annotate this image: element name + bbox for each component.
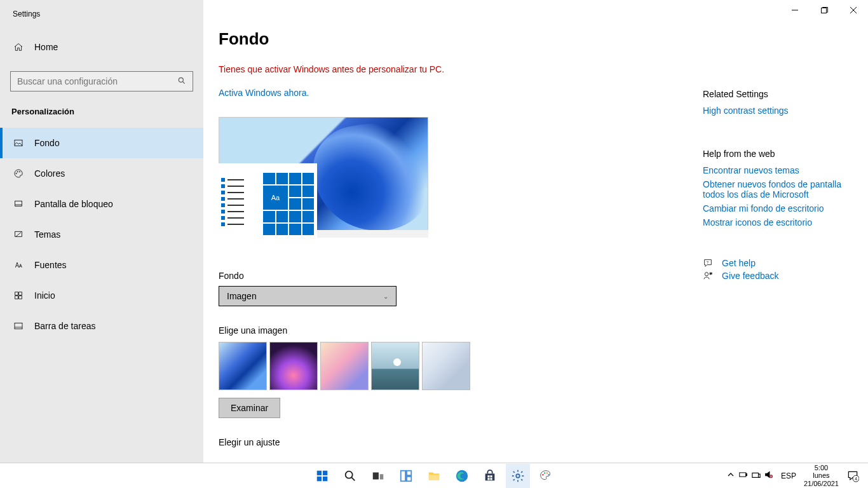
tray-overflow-icon[interactable] (726, 470, 735, 481)
svg-point-4 (19, 172, 20, 172)
svg-point-19 (346, 471, 353, 478)
battery-icon[interactable] (739, 470, 748, 481)
svg-rect-38 (746, 473, 747, 475)
sidebar-item-label: Inicio (34, 290, 55, 301)
taskbar-search-button[interactable] (338, 464, 362, 488)
related-settings-header: Related Settings (703, 89, 855, 99)
wallpaper-thumb-3[interactable] (320, 342, 369, 390)
sidebar-item-lockscreen[interactable]: Pantalla de bloqueo (0, 189, 203, 219)
start-button[interactable] (310, 464, 334, 488)
link-daily-wallpapers[interactable]: Obtener nuevos fondos de pantalla todos … (703, 179, 855, 200)
sidebar-category: Personalización (0, 92, 203, 128)
link-high-contrast[interactable]: High contrast settings (703, 105, 855, 116)
wallpaper-thumb-1[interactable] (219, 342, 267, 390)
svg-rect-29 (490, 475, 492, 477)
sidebar-item-label: Pantalla de bloqueo (34, 199, 113, 209)
taskbar-clock[interactable]: 5:00 lunes 21/06/2021 (804, 464, 839, 487)
file-explorer-button[interactable] (422, 464, 446, 488)
svg-rect-25 (429, 475, 440, 480)
widgets-button[interactable] (394, 464, 418, 488)
svg-rect-24 (407, 476, 411, 480)
sidebar-item-taskbar[interactable]: Barra de tareas (0, 311, 203, 341)
svg-text:4: 4 (855, 476, 857, 480)
svg-rect-11 (15, 323, 22, 329)
activation-warning: Tienes que activar Windows antes de pers… (219, 64, 677, 74)
svg-rect-31 (490, 478, 492, 480)
help-header: Help from the web (703, 149, 855, 159)
svg-rect-39 (752, 473, 759, 477)
sidebar-item-background[interactable]: Fondo (0, 128, 203, 158)
give-feedback-row[interactable]: Give feedback (703, 271, 855, 281)
taskbar-icon (13, 321, 24, 331)
get-help-row[interactable]: ? Get help (703, 258, 855, 268)
svg-rect-7 (15, 292, 18, 295)
sidebar-item-home[interactable]: Home (0, 33, 203, 61)
search-icon (177, 76, 186, 87)
svg-rect-10 (19, 296, 22, 299)
svg-rect-15 (317, 470, 322, 475)
svg-rect-27 (485, 473, 495, 480)
taskbar-center (310, 464, 558, 488)
search-box[interactable] (10, 71, 193, 92)
svg-point-0 (179, 78, 183, 82)
language-indicator[interactable]: ESP (781, 471, 796, 480)
wallpaper-thumb-2[interactable] (269, 342, 318, 390)
minimize-button[interactable] (780, 0, 810, 20)
taskbar-right: ESP 5:00 lunes 21/06/2021 4 (726, 464, 862, 487)
close-button[interactable] (839, 0, 868, 20)
action-center-button[interactable]: 4 (844, 467, 862, 485)
background-dropdown-value: Imagen (227, 291, 257, 301)
chevron-down-icon: ⌄ (383, 293, 388, 300)
svg-text:?: ? (707, 261, 709, 264)
sidebar-item-fonts[interactable]: Fuentes (0, 250, 203, 280)
system-tray[interactable] (726, 470, 773, 481)
clock-time: 5:00 (804, 464, 839, 471)
choose-image-label: Elige una imagen (219, 325, 677, 336)
get-help-link: Get help (722, 258, 756, 268)
sidebar-item-themes[interactable]: Temas (0, 219, 203, 250)
background-preview: Aa (219, 117, 428, 238)
svg-point-3 (17, 172, 18, 172)
sidebar-home-label: Home (34, 42, 58, 52)
svg-rect-18 (323, 476, 327, 480)
browse-button[interactable]: Examinar (219, 398, 280, 418)
link-show-icons[interactable]: Mostrar iconos de escritorio (703, 217, 855, 227)
volume-icon[interactable] (764, 470, 773, 481)
link-find-themes[interactable]: Encontrar nuevos temas (703, 165, 855, 175)
task-view-button[interactable] (366, 464, 390, 488)
picture-icon (13, 138, 24, 148)
edge-button[interactable] (450, 464, 474, 488)
link-change-wallpaper[interactable]: Cambiar mi fondo de escritorio (703, 203, 855, 214)
network-icon[interactable] (752, 470, 761, 481)
wallpaper-thumb-4[interactable] (371, 342, 419, 390)
sidebar-item-label: Temas (34, 229, 60, 240)
taskbar: ESP 5:00 lunes 21/06/2021 4 (0, 463, 868, 488)
sidebar-item-label: Barra de tareas (34, 321, 96, 331)
activation-link[interactable]: Activa Windows ahora. (219, 88, 309, 98)
sidebar-item-colors[interactable]: Colores (0, 158, 203, 189)
svg-point-35 (546, 472, 548, 473)
search-input[interactable] (17, 76, 177, 86)
settings-app-button[interactable] (506, 464, 530, 488)
svg-rect-30 (487, 478, 489, 480)
start-icon (13, 290, 24, 301)
sidebar-item-label: Fondo (34, 138, 60, 148)
image-thumbnails (219, 342, 677, 390)
svg-point-34 (544, 472, 545, 473)
background-dropdown[interactable]: Imagen ⌄ (219, 286, 397, 306)
wallpaper-thumb-5[interactable] (422, 342, 470, 390)
paint-button[interactable] (534, 464, 558, 488)
sidebar-item-label: Colores (34, 168, 65, 179)
preview-sample-text: Aa (263, 186, 288, 210)
help-icon: ? (703, 258, 713, 268)
svg-rect-12 (822, 8, 827, 13)
svg-rect-28 (487, 475, 489, 477)
page-title: Fondo (219, 29, 677, 49)
fonts-icon (13, 260, 24, 270)
clock-day: lunes (804, 471, 839, 479)
svg-rect-1 (15, 140, 22, 146)
store-button[interactable] (478, 464, 502, 488)
sidebar-item-start[interactable]: Inicio (0, 280, 203, 311)
window-controls (780, 0, 868, 20)
maximize-button[interactable] (810, 0, 839, 20)
